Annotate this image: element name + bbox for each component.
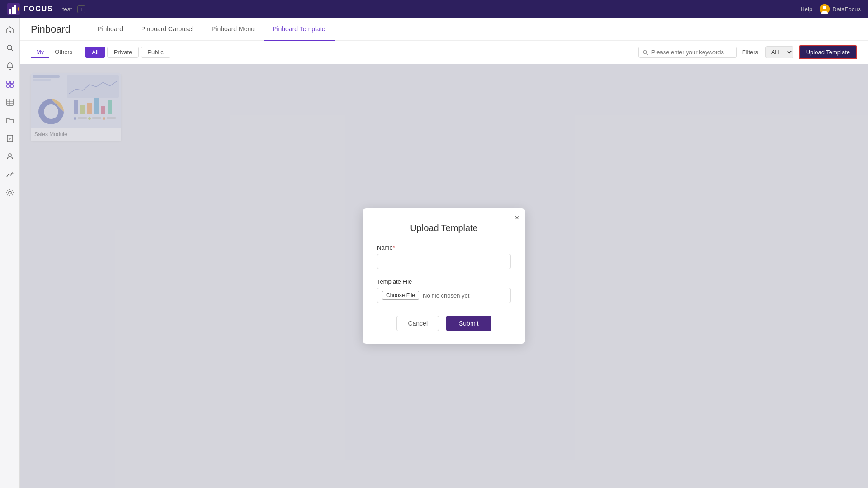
tab-pinboard-carousel[interactable]: Pinboard Carousel (132, 19, 203, 41)
filters-label: Filters: (742, 49, 760, 56)
svg-line-9 (11, 49, 13, 51)
content-area: Sales Module × Upload Template Name* Tem… (20, 64, 868, 488)
search-sidebar-icon (6, 44, 14, 52)
btn-private[interactable]: Private (107, 47, 139, 58)
sidebar-item-table[interactable] (2, 94, 18, 110)
upload-template-button[interactable]: Upload Template (799, 45, 857, 59)
analytics-icon (6, 171, 14, 179)
add-tab-button[interactable]: + (77, 5, 85, 13)
svg-line-25 (646, 53, 648, 55)
search-icon (642, 49, 649, 56)
table-icon (6, 98, 14, 106)
top-navigation: FOCUS test + Help DataFocus (0, 0, 868, 18)
modal-close-button[interactable]: × (515, 214, 519, 222)
folder-icon (6, 116, 14, 124)
user-area[interactable]: DataFocus (820, 4, 861, 14)
user-avatar-icon (820, 4, 830, 14)
svg-rect-3 (14, 5, 16, 14)
my-others-tabs: My Others (31, 47, 78, 58)
sidebar-item-pinboard[interactable] (2, 76, 18, 92)
view-buttons: All Private Public (85, 47, 170, 58)
tab-pinboard-menu[interactable]: Pinboard Menu (203, 19, 264, 41)
name-form-group: Name* (377, 244, 511, 269)
current-tab-name: test (62, 6, 72, 13)
tab-others[interactable]: Others (49, 47, 78, 58)
svg-rect-2 (12, 7, 14, 14)
btn-public[interactable]: Public (141, 47, 170, 58)
svg-rect-12 (7, 85, 9, 87)
filters-select[interactable]: ALL (765, 46, 793, 58)
btn-all[interactable]: All (85, 47, 105, 58)
cancel-button[interactable]: Cancel (396, 316, 439, 331)
tab-my[interactable]: My (31, 47, 49, 58)
page-title: Pinboard (31, 24, 71, 35)
svg-point-24 (643, 50, 647, 54)
filter-bar: My Others All Private Public Filters: (20, 41, 868, 64)
file-input-wrapper: Choose File No file chosen yet (377, 288, 511, 303)
sidebar-item-settings[interactable] (2, 185, 18, 201)
svg-point-23 (9, 191, 11, 194)
file-chosen-text: No file chosen yet (423, 292, 469, 299)
sidebar-item-notifications[interactable] (2, 58, 18, 74)
report-icon (6, 134, 14, 142)
svg-point-6 (823, 6, 826, 9)
sidebar-item-users[interactable] (2, 148, 18, 165)
template-file-form-group: Template File Choose File No file chosen… (377, 278, 511, 303)
logo-area: FOCUS (7, 3, 53, 15)
svg-point-22 (9, 154, 11, 156)
svg-rect-13 (10, 85, 13, 87)
home-icon (6, 26, 14, 34)
user-name: DataFocus (832, 6, 861, 13)
sidebar-item-home[interactable] (2, 22, 18, 38)
sidebar-item-analytics[interactable] (2, 166, 18, 183)
search-area: Filters: ALL Upload Template (638, 45, 857, 59)
svg-rect-11 (10, 81, 13, 84)
app-body: Pinboard Pinboard Pinboard Carousel Pinb… (0, 18, 868, 488)
nav-tabs: Pinboard Pinboard Carousel Pinboard Menu… (89, 18, 334, 40)
svg-rect-1 (9, 9, 11, 14)
search-box (638, 47, 737, 58)
pinboard-icon (6, 80, 14, 88)
svg-point-8 (7, 45, 12, 50)
search-input[interactable] (651, 49, 733, 56)
submit-button[interactable]: Submit (446, 316, 491, 331)
modal-overlay: × Upload Template Name* Template File Ch… (20, 64, 868, 488)
sidebar-item-reports[interactable] (2, 130, 18, 147)
template-file-label: Template File (377, 278, 511, 285)
bell-icon (6, 62, 14, 70)
svg-rect-14 (7, 99, 13, 105)
logo-icon (7, 3, 20, 15)
avatar (820, 4, 830, 14)
tab-pinboard-template[interactable]: Pinboard Template (264, 19, 334, 41)
modal-title: Upload Template (377, 223, 511, 233)
sidebar (0, 18, 20, 488)
top-nav-right: Help DataFocus (800, 4, 861, 14)
sidebar-item-folder[interactable] (2, 112, 18, 128)
svg-rect-10 (7, 81, 9, 84)
name-label: Name* (377, 244, 511, 251)
help-link[interactable]: Help (800, 6, 812, 13)
app-logo-text: FOCUS (24, 5, 53, 13)
tab-pinboard[interactable]: Pinboard (89, 19, 132, 41)
modal-actions: Cancel Submit (377, 316, 511, 331)
sub-header: Pinboard Pinboard Pinboard Carousel Pinb… (20, 18, 868, 41)
user-icon (6, 152, 14, 161)
name-input[interactable] (377, 254, 511, 269)
settings-icon (6, 189, 14, 197)
upload-template-modal: × Upload Template Name* Template File Ch… (363, 208, 525, 344)
sidebar-item-search[interactable] (2, 40, 18, 56)
main-content: Pinboard Pinboard Pinboard Carousel Pinb… (20, 18, 868, 488)
choose-file-button[interactable]: Choose File (382, 291, 419, 300)
